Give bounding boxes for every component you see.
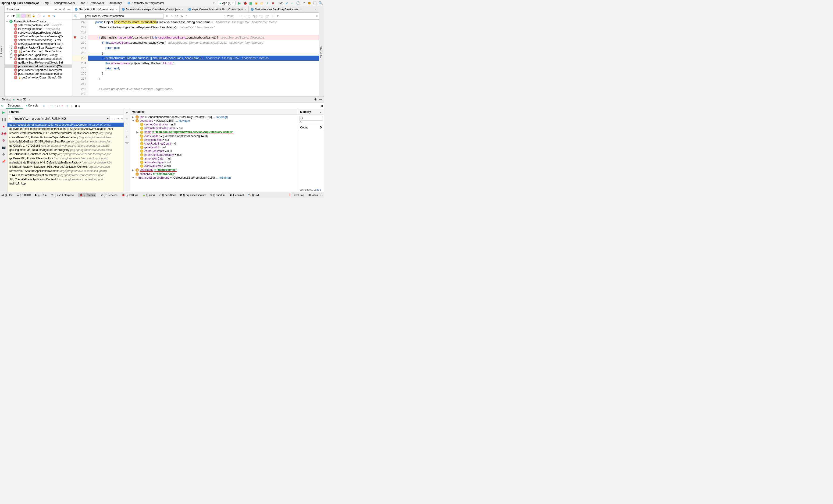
bottom-tool-tab[interactable]: 🐞 SpotBugs [122,193,138,196]
search-history-icon[interactable]: ⟲ [170,15,172,18]
mute-breakpoints-icon[interactable]: ⊘ [1,138,6,143]
search-everywhere-icon[interactable]: 🔍 [318,1,323,5]
back-icon[interactable]: ↶ [212,1,216,5]
variable-row[interactable]: f enumConstantDirectory = null [130,153,298,157]
memory-load-link[interactable]: Load c [313,188,321,191]
step-out-icon[interactable]: ↑ [59,104,60,107]
bottom-tool-tab[interactable]: 🔨 Build [248,193,259,196]
show-anon-icon[interactable]: ◯ [37,14,41,18]
code-line[interactable]: return null; [88,45,319,50]
debug-icon[interactable]: 🐞 [243,1,247,5]
search-input[interactable] [80,14,164,19]
variable-row[interactable]: f annotationData = null [130,157,298,161]
tool-window-tab[interactable]: Commit [20,47,22,56]
stop-icon[interactable]: ■ [271,1,275,5]
bottom-tool-tab[interactable]: ▣ Terminal [230,193,244,196]
tool-window-tab[interactable]: 7: Structure [10,45,13,58]
git-history-icon[interactable]: 🕐 [296,1,300,5]
stack-frame[interactable]: preInstantiateSingletons:944, DefaultLis… [7,161,124,165]
variable-row[interactable]: f classValueMap = null [130,164,298,168]
code-line[interactable]: if (isInfrastructureClass(beanClass) || … [88,55,319,61]
variable-row[interactable]: f enumConstants = null [130,149,298,153]
search-clear-icon[interactable]: × [166,15,168,18]
console-tab[interactable]: ▸ Console [24,103,41,109]
structure-method-node[interactable]: m setAdvisorAdapterRegistry(Advisor [5,31,72,34]
get-thread-dump-icon[interactable]: 📷 [1,145,6,150]
force-step-into-icon[interactable]: ↓ [56,104,58,107]
view-breakpoints-icon[interactable]: ◉◉ [1,131,6,136]
structure-method-node[interactable]: m setFrozen(boolean): void ↑ProxyCo [5,23,72,27]
sort-alpha-icon[interactable]: ↓ª [6,14,10,18]
editor-tab[interactable]: CAnnotationAwareAspectJAutoProxyCreator.… [120,6,186,13]
variable-row[interactable]: f reflectionData = null [130,138,298,142]
variable-row[interactable]: f classRedefinedCount = 0 [130,142,298,145]
show-inherited-icon[interactable]: I [16,14,21,18]
stack-frame[interactable]: getSingleton:234, DefaultSingletonBeanRe… [7,148,124,152]
show-watches-icon[interactable]: 👓 [125,141,129,145]
search-filter-icon[interactable]: ☰ [271,15,274,18]
coverage-icon[interactable]: ▦ [249,1,253,5]
structure-collapse-icon[interactable]: ⇤ [55,8,57,11]
structure-method-node[interactable]: m🔒 getCacheKey(Class, String): Ob [5,76,72,79]
thread-select[interactable]: "main"@1 in group "main": RUNNING [12,116,110,121]
bottom-tool-tab[interactable]: ✓ CheckStyle [159,193,176,196]
structure-method-node[interactable]: m postProcessBeforeInstantiation(Cla [5,65,72,68]
variable-row[interactable]: f genericInfo = null [130,145,298,149]
breadcrumb-item[interactable]: springframework [54,1,75,5]
ide-status-icon[interactable]: ⬢ [307,1,311,5]
new-watch-icon[interactable]: + [126,111,128,114]
run-icon[interactable]: ▶ [238,1,241,5]
tool-window-tab[interactable]: JRebel Ant [319,46,322,58]
step-over-icon[interactable]: ⤻ [51,104,53,107]
trace-icon[interactable]: ≣ [78,104,80,107]
variable-row[interactable]: ▶f name = "tech.pdai.springframework.ser… [130,130,298,134]
git-revert-icon[interactable]: ↶ [302,1,306,5]
structure-method-node[interactable]: m setInterceptorNames(String...): voi [5,38,72,42]
show-lambda-icon[interactable]: λ [42,14,46,18]
code-line[interactable] [88,92,319,96]
search-add-sel-icon[interactable]: ⁺⬚ [253,15,257,18]
structure-method-node[interactable]: m🔒 getBeanFactory(): BeanFactory [5,49,72,53]
add-frame-icon[interactable]: + [121,117,123,120]
breadcrumb-item[interactable]: aop [80,1,85,5]
variable-row[interactable]: f newInstanceCallerCache = null [130,126,298,130]
search-remove-sel-icon[interactable]: ⁻⬚ [259,15,263,18]
structure-method-node[interactable]: m determineCandidateConstructors(C [5,57,72,61]
prev-frame-icon[interactable]: ↑ [111,117,113,120]
structure-method-node[interactable]: m postProcessProperties(PropertyVal [5,68,72,72]
variable-row[interactable]: f annotationType = null [130,161,298,164]
debug-hide-icon[interactable]: — [319,98,322,101]
bottom-tool-tab[interactable]: ❗ Event Log [288,193,304,196]
code-line[interactable]: // Create proxy here if we have a custom… [88,87,319,92]
structure-method-node[interactable]: m setBeanFactory(BeanFactory): void [5,46,72,49]
close-icon[interactable]: × [244,8,246,11]
bottom-tool-tab[interactable]: ☰ 6: TODO [17,193,31,196]
structure-expand-icon[interactable]: ⇥ [59,8,61,11]
code-line[interactable]: if (!StringUtils.hasLength(beanName) || … [88,35,319,40]
structure-method-node[interactable]: m postProcessAfterInitialization(Objec [5,72,72,76]
variable-row[interactable]: ▶p beanName = "demoService" [130,168,298,172]
search-up-icon[interactable]: ↑ [240,15,242,18]
show-properties-icon[interactable]: P [21,14,26,18]
pause-icon[interactable]: ❚❚ [1,117,6,122]
rerun-icon[interactable]: ↻ [1,104,3,107]
variable-row[interactable]: f🔒 classLoader = {Launcher$AppClassLoade… [130,134,298,138]
code-line[interactable]: public Object postProcessBeforeInstantia… [88,20,319,25]
variable-row[interactable]: = cacheKey = "demoService" [130,172,298,176]
show-fields-icon[interactable]: f [26,14,31,18]
jrebel-icon[interactable]: ⟳ [260,1,264,5]
stack-frame[interactable]: resolveBeforeInstantiation:1117, Abstrac… [7,131,124,135]
debug-close-icon[interactable]: × [28,98,30,101]
code-line[interactable] [88,30,319,35]
code-line[interactable]: return null; [88,66,319,71]
variable-link[interactable]: … toString() [216,176,231,179]
watch-down-icon[interactable]: ↓ [126,129,128,133]
stack-frame[interactable]: postProcessBeforeInstantiation:253, Abst… [7,123,124,127]
expand-icon[interactable]: ⛶ [313,1,317,5]
structure-method-node[interactable]: m setCustomTargetSourceCreators(Ta [5,34,72,38]
memory-search-input[interactable] [299,116,323,121]
variable-row[interactable]: ▼∞ this.targetSourcedBeans = {Collection… [130,176,298,179]
expand-all-icon[interactable]: ⊕ [52,14,56,18]
bottom-tool-tab[interactable]: ☕ Java Enterprise [51,193,74,196]
variable-link[interactable]: … toString() [213,115,228,119]
